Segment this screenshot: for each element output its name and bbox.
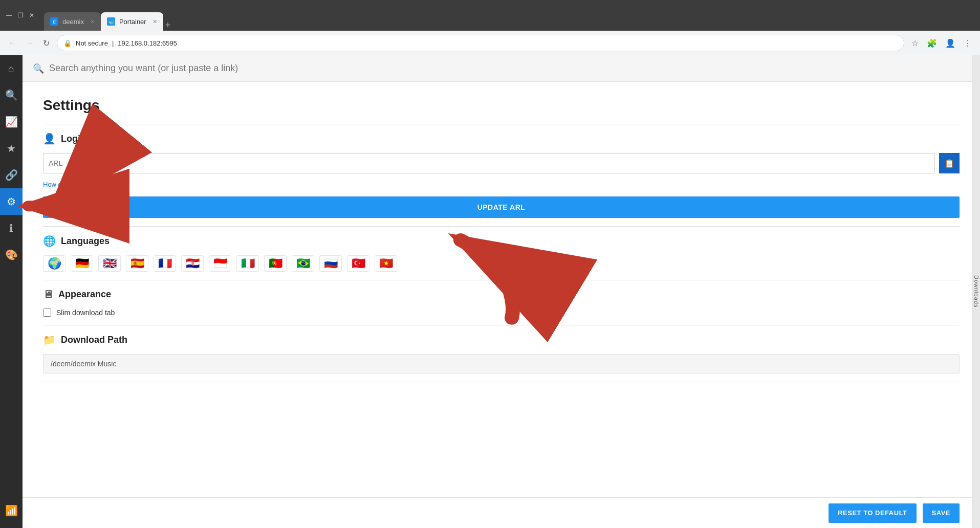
- paste-icon: 📋: [944, 159, 954, 168]
- search-icon: 🔍: [5, 89, 18, 101]
- account-icon[interactable]: 👤: [943, 36, 957, 50]
- search-bar-icon: 🔍: [33, 63, 44, 74]
- download-path-heading: Download Path: [61, 335, 127, 345]
- flag-ru[interactable]: 🇷🇺: [319, 255, 342, 272]
- address-not-secure: Not secure: [76, 39, 108, 47]
- sidebar: ⌂ 🔍 📈 ★ 🔗 ⚙ ℹ 🎨 📶: [0, 55, 23, 528]
- security-icon: 🔒: [63, 39, 72, 47]
- page-title: Settings: [43, 97, 960, 114]
- toolbar-icons: ☆ 🧩 👤 ⋮: [909, 36, 974, 50]
- menu-icon[interactable]: ⋮: [962, 36, 974, 50]
- arl-input[interactable]: [43, 153, 935, 173]
- back-button[interactable]: ←: [6, 36, 18, 50]
- flag-br[interactable]: 🇧🇷: [292, 255, 314, 272]
- charts-icon: 📈: [5, 116, 18, 128]
- link-icon: 🔗: [5, 169, 18, 181]
- sidebar-item-home[interactable]: ⌂: [0, 55, 23, 82]
- deemix-favicon: d: [50, 17, 58, 26]
- flag-international[interactable]: 🌍: [43, 255, 66, 272]
- address-separator: |: [112, 39, 114, 47]
- arl-input-row: 📋: [43, 153, 960, 173]
- arl-help-link[interactable]: How do I get my own ARL?: [43, 181, 123, 188]
- sidebar-item-charts[interactable]: 📈: [0, 108, 23, 135]
- extensions-icon[interactable]: 🧩: [925, 36, 939, 50]
- close-button[interactable]: ✕: [28, 11, 36, 19]
- sidebar-item-favorites[interactable]: ★: [0, 135, 23, 162]
- languages-section-header: 🌐 Languages: [43, 235, 960, 247]
- tab-portainer-label: Portainer: [119, 18, 146, 26]
- main-content: Settings 👤 Login 📋 How do I get my own A…: [23, 82, 980, 497]
- search-input[interactable]: [49, 63, 970, 74]
- languages-heading: Languages: [61, 236, 110, 247]
- flag-es[interactable]: 🇪🇸: [126, 255, 148, 272]
- star-icon: ★: [7, 142, 16, 155]
- tab-portainer-close[interactable]: ✕: [153, 18, 157, 25]
- flag-gb[interactable]: 🇬🇧: [98, 255, 121, 272]
- monitor-icon: 🖥: [43, 289, 53, 300]
- appearance-heading: Appearance: [58, 289, 111, 300]
- flag-fr[interactable]: 🇫🇷: [154, 255, 176, 272]
- tab-deemix[interactable]: d deemix ✕: [44, 12, 101, 31]
- slim-download-checkbox[interactable]: [43, 309, 51, 317]
- download-path-section-header: 📁 Download Path: [43, 334, 960, 346]
- slim-download-tab-row: Slim download tab: [43, 309, 960, 317]
- arl-paste-button[interactable]: 📋: [939, 153, 960, 173]
- sidebar-item-info[interactable]: ℹ: [0, 215, 23, 241]
- appearance-section-header: 🖥 Appearance: [43, 289, 960, 300]
- flag-vn[interactable]: 🇻🇳: [375, 255, 397, 272]
- person-icon: 👤: [43, 133, 56, 145]
- reset-to-default-button[interactable]: RESET TO DEFAULT: [829, 503, 916, 523]
- divider-after-login: [43, 226, 960, 227]
- flag-de[interactable]: 🇩🇪: [71, 255, 93, 272]
- address-bar-row: ← → ↻ 🔒 Not secure | 192.168.0.182:6595 …: [0, 31, 980, 55]
- settings-icon: ⚙: [7, 195, 16, 208]
- new-tab-button[interactable]: +: [165, 20, 171, 31]
- sidebar-item-settings[interactable]: ⚙: [0, 188, 23, 215]
- update-arl-button[interactable]: UPDATE ARL: [43, 196, 960, 218]
- sidebar-item-link[interactable]: 🔗: [0, 162, 23, 188]
- slim-download-label: Slim download tab: [56, 309, 115, 317]
- address-bar[interactable]: 🔒 Not secure | 192.168.0.182:6595: [57, 35, 904, 51]
- flags-row: 🌍 🇩🇪 🇬🇧 🇪🇸 🇫🇷 🇭🇷 🇮🇩 🇮🇹 🇵🇹 🇧🇷 🇷🇺 🇹🇷 🇻🇳: [43, 255, 960, 272]
- flag-pt[interactable]: 🇵🇹: [264, 255, 287, 272]
- save-button[interactable]: SAVE: [923, 503, 960, 523]
- divider-after-title: [43, 124, 960, 124]
- wifi-icon: 📶: [5, 504, 18, 517]
- download-path-value: /deem/deemix Music: [43, 354, 960, 373]
- content-wrapper: 🔍 Settings 👤 Login 📋 How do I get my own…: [23, 55, 980, 528]
- search-bar: 🔍: [23, 55, 980, 82]
- sidebar-item-wifi[interactable]: 📶: [0, 497, 23, 524]
- tab-portainer[interactable]: 🐳 Portainer ✕: [101, 12, 163, 31]
- info-icon: ℹ: [9, 222, 13, 234]
- divider-after-appearance: [43, 325, 960, 325]
- login-heading: Login: [61, 134, 86, 144]
- palette-icon: 🎨: [5, 249, 18, 261]
- divider-after-path: [43, 382, 960, 382]
- tab-deemix-label: deemix: [62, 18, 84, 26]
- window-controls: — ❐ ✕: [5, 11, 36, 19]
- login-section-header: 👤 Login: [43, 133, 960, 145]
- maximize-button[interactable]: ❐: [16, 11, 25, 19]
- home-icon: ⌂: [8, 63, 14, 75]
- tabs-bar: d deemix ✕ 🐳 Portainer ✕ +: [44, 0, 975, 31]
- globe-icon: 🌐: [43, 235, 56, 247]
- tab-deemix-close[interactable]: ✕: [90, 18, 95, 25]
- flag-hr[interactable]: 🇭🇷: [181, 255, 204, 272]
- sidebar-item-themes[interactable]: 🎨: [0, 241, 23, 268]
- footer-bar: RESET TO DEFAULT SAVE: [23, 497, 980, 528]
- flag-tr[interactable]: 🇹🇷: [347, 255, 369, 272]
- forward-button[interactable]: →: [24, 36, 36, 50]
- sidebar-item-search[interactable]: 🔍: [0, 82, 23, 108]
- flag-it[interactable]: 🇮🇹: [236, 255, 259, 272]
- minimize-button[interactable]: —: [5, 11, 13, 19]
- browser-chrome: — ❐ ✕ d deemix ✕ 🐳 Portainer ✕ +: [0, 0, 980, 31]
- app-area: ⌂ 🔍 📈 ★ 🔗 ⚙ ℹ 🎨 📶 🔍: [0, 55, 980, 528]
- bookmark-icon[interactable]: ☆: [909, 36, 921, 50]
- portainer-favicon: 🐳: [107, 17, 115, 26]
- downloads-panel[interactable]: Downloads: [972, 55, 980, 528]
- flag-id[interactable]: 🇮🇩: [209, 255, 231, 272]
- address-url: 192.168.0.182:6595: [118, 39, 898, 47]
- divider-after-languages: [43, 280, 960, 280]
- reload-button[interactable]: ↻: [41, 36, 52, 50]
- folder-icon: 📁: [43, 334, 56, 346]
